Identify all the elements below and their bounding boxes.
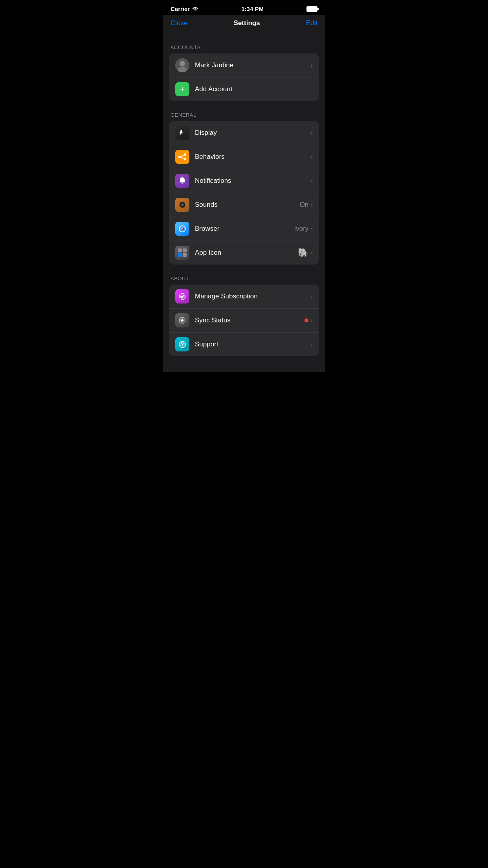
svg-point-5	[184, 153, 186, 156]
behaviors-icon	[175, 150, 189, 164]
general-header: GENERAL	[163, 101, 325, 121]
notifications-label: Notifications	[195, 177, 311, 185]
sounds-value: On	[300, 201, 309, 209]
mark-jardine-label: Mark Jardine	[195, 61, 311, 69]
svg-point-2	[180, 61, 185, 66]
list-item-browser[interactable]: Browser Ivory ›	[169, 217, 319, 241]
svg-point-6	[184, 158, 186, 160]
sync-status-dot	[305, 318, 308, 322]
manage-subscription-label: Manage Subscription	[195, 292, 311, 300]
about-header: ABOUT	[163, 265, 325, 285]
settings-content: ACCOUNTS Mark Jardine ›	[163, 33, 325, 372]
list-item-app-icon[interactable]: App Icon 🐘 ›	[169, 241, 319, 265]
user-avatar	[175, 58, 189, 72]
add-account-label: Add Account	[195, 85, 313, 93]
sync-svg	[178, 316, 187, 325]
edit-button[interactable]: Edit	[306, 19, 317, 27]
display-icon	[175, 126, 189, 140]
app-icon-label: App Icon	[195, 249, 298, 257]
svg-point-14	[182, 228, 183, 229]
sounds-label: Sounds	[195, 201, 300, 209]
avatar-svg	[175, 58, 189, 72]
section-accounts: ACCOUNTS Mark Jardine ›	[163, 33, 325, 101]
close-button[interactable]: Close	[171, 19, 187, 27]
svg-line-8	[181, 157, 184, 159]
browser-value: Ivory	[294, 225, 308, 233]
svg-point-4	[178, 156, 181, 158]
accounts-list: Mark Jardine › + Add Account	[169, 53, 319, 101]
about-list: Manage Subscription › Sync Status ›	[169, 285, 319, 356]
support-label: Support	[195, 340, 311, 348]
list-item-notifications[interactable]: Notifications ›	[169, 169, 319, 193]
browser-label: Browser	[195, 225, 294, 233]
chevron-icon: ›	[311, 202, 313, 208]
chevron-icon: ›	[311, 341, 313, 348]
chevron-icon: ›	[311, 178, 313, 184]
chevron-icon: ›	[311, 317, 313, 324]
status-bar: Carrier 1:34 PM	[163, 0, 325, 15]
list-item-mark-jardine[interactable]: Mark Jardine ›	[169, 53, 319, 77]
svg-point-12	[182, 204, 183, 205]
list-item-manage-subscription[interactable]: Manage Subscription ›	[169, 285, 319, 309]
carrier-label: Carrier	[171, 6, 190, 12]
grid-cell-3	[178, 253, 182, 257]
avatar-icon	[175, 58, 189, 72]
grid-cell-1	[178, 248, 182, 252]
section-general: GENERAL Display ›	[163, 101, 325, 265]
list-item-support[interactable]: Support ›	[169, 333, 319, 356]
display-label: Display	[195, 129, 311, 137]
list-item-sounds[interactable]: Sounds On ›	[169, 193, 319, 217]
add-account-icon: +	[175, 82, 189, 96]
list-item-display[interactable]: Display ›	[169, 121, 319, 145]
sync-status-label: Sync Status	[195, 316, 305, 324]
list-item-sync-status[interactable]: Sync Status ›	[169, 309, 319, 333]
general-list: Display › Behaviors ›	[169, 121, 319, 265]
svg-point-17	[181, 319, 183, 322]
subscription-svg	[178, 292, 187, 301]
chevron-icon: ›	[311, 250, 313, 256]
chevron-icon: ›	[311, 154, 313, 160]
notifications-svg	[178, 177, 187, 185]
elephant-icon: 🐘	[298, 248, 308, 258]
status-right	[306, 6, 317, 12]
behaviors-svg	[178, 153, 187, 161]
support-svg	[178, 340, 187, 349]
sounds-icon	[175, 198, 189, 212]
battery-icon	[306, 6, 317, 12]
display-svg	[178, 128, 187, 138]
list-item-behaviors[interactable]: Behaviors ›	[169, 145, 319, 169]
behaviors-label: Behaviors	[195, 153, 311, 161]
svg-point-0	[195, 10, 196, 11]
chevron-icon: ›	[311, 226, 313, 232]
nav-bar: Close Settings Edit	[163, 15, 325, 33]
list-item-add-account[interactable]: + Add Account	[169, 77, 319, 101]
browser-icon	[175, 222, 189, 236]
svg-line-7	[181, 155, 184, 157]
page-title: Settings	[234, 19, 260, 27]
chevron-icon: ›	[311, 130, 313, 136]
notifications-icon	[175, 174, 189, 188]
chevron-icon: ›	[311, 62, 313, 68]
section-about: ABOUT Manage Subscription ›	[163, 265, 325, 356]
grid-cell-2	[183, 248, 187, 252]
status-time: 1:34 PM	[241, 6, 264, 12]
accounts-header: ACCOUNTS	[163, 33, 325, 53]
plus-icon: +	[175, 82, 189, 96]
subscription-icon	[175, 289, 189, 303]
grid-icon	[178, 248, 187, 257]
app-icon-icon	[175, 246, 189, 260]
grid-cell-4	[183, 253, 187, 257]
sync-status-icon	[175, 313, 189, 327]
wifi-icon	[192, 7, 198, 11]
svg-point-19	[182, 346, 183, 346]
chevron-icon: ›	[311, 293, 313, 300]
status-carrier: Carrier	[171, 6, 198, 12]
support-icon	[175, 337, 189, 351]
